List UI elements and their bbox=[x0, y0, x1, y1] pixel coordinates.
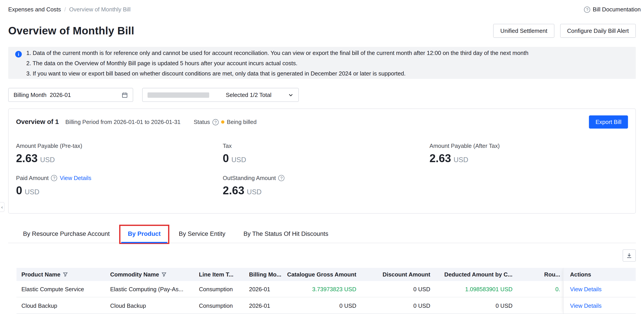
breadcrumb-separator: / bbox=[64, 6, 66, 13]
stat-unit: USD bbox=[232, 156, 246, 164]
stat-label: Amount Payable (Pre-tax) bbox=[16, 142, 82, 149]
cell-line-item-type: Consumption bbox=[194, 286, 244, 292]
breadcrumb-current: Overview of Monthly Bill bbox=[69, 6, 131, 13]
column-rounded: Rou... bbox=[518, 271, 565, 278]
bill-table: Product Name Commodity Name Line Item T.… bbox=[16, 268, 636, 314]
header-actions: Unified Settlement Configure Daily Bill … bbox=[494, 24, 636, 38]
column-label: Billing Mo... bbox=[249, 271, 281, 278]
column-label: Rou... bbox=[544, 271, 560, 278]
column-deducted-amount: Deducted Amount by C... bbox=[435, 271, 518, 278]
stat-unit: USD bbox=[454, 156, 468, 164]
overview-card: Overview of 1 Billing Period from 2026-0… bbox=[8, 108, 636, 214]
status-label: Status bbox=[194, 119, 210, 125]
breadcrumb-parent[interactable]: Expenses and Costs bbox=[8, 6, 61, 13]
column-discount-amount: Discount Amount bbox=[361, 271, 435, 278]
billing-period-text: Billing Period from 2026-01-01 to 2026-0… bbox=[66, 119, 180, 125]
filter-bar: Billing Month 2026-01 Selected 1/2 Total bbox=[8, 88, 299, 102]
column-catalogue-gross-amount: Catalogue Gross Amount bbox=[285, 271, 361, 278]
column-label: Catalogue Gross Amount bbox=[287, 271, 356, 278]
stat-value: 2.63 bbox=[430, 152, 451, 165]
stat-label: Amount Payable (After Tax) bbox=[430, 142, 500, 149]
calendar-icon bbox=[122, 92, 128, 98]
download-icon bbox=[626, 253, 632, 258]
notice-line-1: 1. Data of the current month is for refe… bbox=[26, 48, 629, 58]
account-select[interactable]: Selected 1/2 Total bbox=[142, 88, 299, 102]
column-line-item-type: Line Item T... bbox=[194, 271, 244, 278]
filter-funnel-icon[interactable] bbox=[63, 272, 68, 277]
paid-amount-help-icon[interactable]: ? bbox=[51, 175, 58, 181]
column-billing-month: Billing Mo... bbox=[244, 271, 285, 278]
stat-amount-payable-pretax: Amount Payable (Pre-tax) 2.63 USD bbox=[16, 142, 82, 165]
question-circle-icon: ? bbox=[584, 6, 590, 13]
overview-title: Overview of 1 bbox=[16, 118, 59, 126]
status-value: Being billed bbox=[227, 119, 256, 125]
chevron-down-icon bbox=[288, 92, 294, 98]
column-label: Line Item T... bbox=[199, 271, 234, 278]
tab-by-resource-purchase-account[interactable]: By Resource Purchase Account bbox=[16, 224, 116, 243]
outstanding-amount-help-icon[interactable]: ? bbox=[278, 175, 285, 181]
cell-line-item-type: Consumption bbox=[194, 302, 244, 309]
breadcrumb: Expenses and Costs / Overview of Monthly… bbox=[8, 6, 131, 13]
stat-unit: USD bbox=[24, 188, 39, 196]
column-product-name[interactable]: Product Name bbox=[16, 271, 105, 278]
pinned-actions-column: Actions View Details View Details bbox=[563, 268, 636, 314]
cell-catalogue-gross-amount: 3.73973823 USD bbox=[285, 286, 361, 292]
tab-by-product-label: By Product bbox=[128, 230, 161, 237]
cell-commodity-name: Elastic Computing (Pay-As... bbox=[105, 286, 194, 292]
cell-deducted-amount: 0 USD bbox=[435, 302, 518, 309]
actions-cell: View Details bbox=[564, 298, 636, 314]
column-label: Deducted Amount by C... bbox=[444, 271, 512, 278]
status-help-icon[interactable]: ? bbox=[212, 119, 219, 125]
paid-amount-view-details-link[interactable]: View Details bbox=[60, 175, 91, 181]
tab-by-the-status-of-hit-discounts[interactable]: By The Status Of Hit Discounts bbox=[237, 224, 335, 243]
account-selected-count: Selected 1/2 Total bbox=[226, 92, 272, 98]
download-table-button[interactable] bbox=[622, 249, 636, 262]
notice-line-3: 3. If you want to view or export bill ba… bbox=[26, 68, 629, 79]
billing-console-page: Expenses and Costs / Overview of Monthly… bbox=[0, 0, 644, 314]
cell-billing-month: 2026-01 bbox=[244, 286, 285, 292]
stat-label: Tax bbox=[223, 142, 232, 149]
table-row: Elastic Compute Service Elastic Computin… bbox=[16, 281, 636, 298]
table-row: Cloud Backup Cloud Backup Consumption 20… bbox=[16, 298, 636, 314]
cell-deducted-amount: 1.098583901 USD bbox=[435, 286, 518, 292]
stat-paid-amount: Paid Amount ? View Details 0 USD bbox=[16, 174, 92, 197]
column-label: Discount Amount bbox=[382, 271, 430, 278]
page-title: Overview of Monthly Bill bbox=[8, 24, 134, 37]
cell-discount-amount: 0 USD bbox=[361, 286, 435, 292]
cell-catalogue-gross-amount: 0 USD bbox=[285, 302, 361, 309]
column-commodity-name[interactable]: Commodity Name bbox=[105, 271, 194, 278]
tab-by-product[interactable]: By Product bbox=[121, 224, 167, 243]
cell-product-name: Elastic Compute Service bbox=[16, 286, 105, 292]
sidebar-collapse-handle[interactable]: ‹ bbox=[0, 202, 4, 212]
configure-daily-bill-alert-button[interactable]: Configure Daily Bill Alert bbox=[560, 24, 636, 38]
column-label: Product Name bbox=[22, 271, 60, 278]
stat-tax: Tax 0 USD bbox=[223, 142, 246, 165]
view-details-link[interactable]: View Details bbox=[570, 302, 602, 309]
cell-rounded: 0. bbox=[518, 286, 565, 292]
column-actions: Actions bbox=[564, 268, 636, 281]
tab-by-service-entity[interactable]: By Service Entity bbox=[172, 224, 232, 243]
bill-documentation-link[interactable]: ? Bill Documentation bbox=[584, 6, 641, 13]
redacted-account-name bbox=[148, 92, 209, 98]
notice-line-2: 2. The data on the Overview of Monthly B… bbox=[26, 58, 629, 68]
overview-card-header: Overview of 1 Billing Period from 2026-0… bbox=[16, 115, 628, 129]
bill-documentation-label: Bill Documentation bbox=[593, 6, 641, 13]
breadcrumb-bar: Expenses and Costs / Overview of Monthly… bbox=[8, 6, 641, 13]
stat-value: 0 bbox=[16, 184, 22, 197]
cell-discount-amount: 0 USD bbox=[361, 302, 435, 309]
actions-cell: View Details bbox=[564, 281, 636, 298]
stat-unit: USD bbox=[40, 156, 55, 164]
stat-unit: USD bbox=[247, 188, 262, 196]
info-circle-icon: i bbox=[15, 51, 22, 57]
notice-banner: i 1. Data of the current month is for re… bbox=[8, 47, 636, 79]
billing-month-select[interactable]: Billing Month 2026-01 bbox=[8, 88, 133, 102]
stat-amount-payable-aftertax: Amount Payable (After Tax) 2.63 USD bbox=[430, 142, 500, 165]
filter-funnel-icon[interactable] bbox=[162, 272, 166, 277]
view-details-link[interactable]: View Details bbox=[570, 286, 602, 292]
billing-month-value: 2026-01 bbox=[50, 92, 71, 98]
stat-value: 0 bbox=[223, 152, 229, 165]
export-bill-button[interactable]: Export Bill bbox=[589, 115, 628, 129]
status-wrap: Status ? Being billed bbox=[194, 119, 257, 125]
unified-settlement-button[interactable]: Unified Settlement bbox=[494, 24, 554, 38]
column-label: Commodity Name bbox=[110, 271, 159, 278]
